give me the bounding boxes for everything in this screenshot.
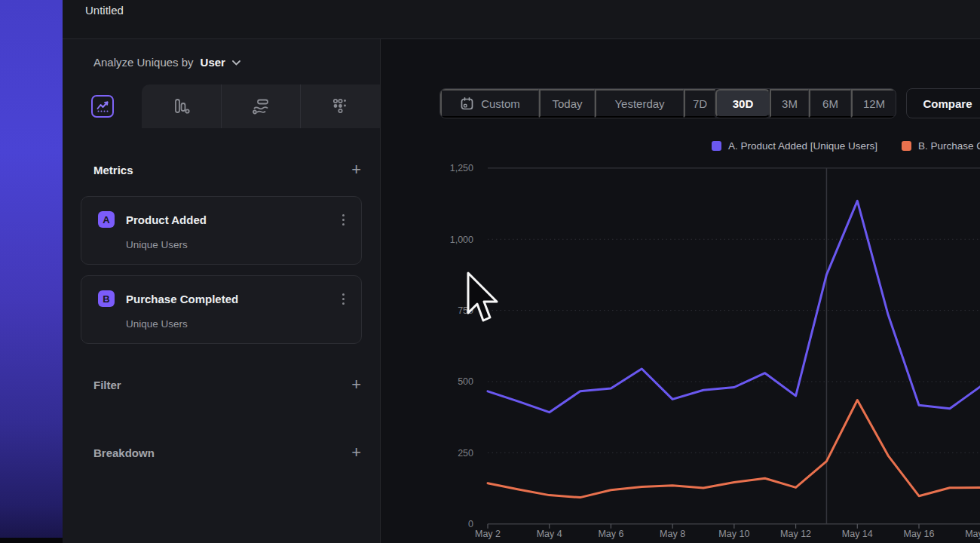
- y-axis-tick-label: 250: [458, 448, 473, 459]
- x-axis-tick-label: May 10: [718, 529, 749, 539]
- query-sidebar: Analyze Uniques by User: [63, 39, 381, 543]
- metric-name: Product Added: [126, 213, 339, 226]
- breakdown-title: Breakdown: [93, 446, 155, 459]
- y-axis-tick-label: 500: [458, 376, 473, 387]
- calendar-icon: [460, 97, 474, 111]
- chart-type-tabs: [63, 84, 380, 128]
- breakdown-header: Breakdown +: [93, 445, 361, 460]
- add-filter-button[interactable]: +: [351, 377, 361, 392]
- line-chart-icon: [91, 95, 114, 118]
- date-range-group: Custom Today Yesterday 7D 30D 3M 6M 12M: [439, 88, 896, 118]
- range-6m[interactable]: 6M: [809, 89, 851, 118]
- legend-label-b: B. Purchase Completed [Unique Users]: [918, 140, 980, 152]
- filter-header: Filter +: [93, 377, 361, 392]
- x-axis-tick-label: May 8: [660, 529, 685, 539]
- tab-grid-matrix[interactable]: [301, 84, 380, 128]
- metric-measure[interactable]: Unique Users: [126, 239, 188, 250]
- analyze-by-selector[interactable]: Analyze Uniques by User: [63, 39, 380, 84]
- y-axis-tick-label: 750: [458, 305, 473, 316]
- range-today[interactable]: Today: [539, 89, 595, 118]
- range-3m[interactable]: 3M: [770, 89, 809, 118]
- bar-chart-icon: [171, 97, 191, 116]
- legend-label-a: A. Product Added [Unique Users]: [728, 140, 877, 152]
- tab-line-chart[interactable]: [63, 84, 142, 128]
- y-axis-tick-label: 1,250: [450, 163, 473, 173]
- add-metric-button[interactable]: +: [351, 162, 361, 177]
- range-30d[interactable]: 30D: [715, 89, 770, 118]
- app-window: Untitled Analyze Uniques by User: [63, 0, 980, 543]
- series-line-b: [488, 400, 980, 498]
- metric-name: Purchase Completed: [126, 293, 339, 305]
- x-axis-tick-label: May 2: [475, 529, 501, 539]
- x-axis-tick-label: May 12: [780, 529, 811, 539]
- x-axis-tick-label: May 14: [842, 529, 873, 539]
- window-bottom-edge: [0, 538, 63, 543]
- grid-dots-icon: [330, 97, 350, 116]
- range-yesterday[interactable]: Yesterday: [595, 89, 684, 118]
- y-axis-tick-label: 1,000: [450, 235, 473, 245]
- background-gradient-strip: [0, 0, 63, 543]
- tab-flow-chart[interactable]: [222, 84, 301, 128]
- range-7d[interactable]: 7D: [684, 89, 715, 118]
- compare-button[interactable]: Compare: [906, 88, 980, 118]
- x-axis-tick-label: May 16: [903, 529, 934, 539]
- x-axis-tick-label: May 4: [537, 529, 562, 539]
- x-axis-tick-label: May 18: [965, 529, 980, 539]
- analyze-by-label: Analyze Uniques by: [93, 56, 194, 69]
- metric-badge-a: A: [98, 211, 115, 228]
- metrics-header: Metrics +: [93, 162, 361, 177]
- filter-title: Filter: [93, 379, 121, 391]
- y-axis-tick-label: 0: [468, 519, 473, 529]
- chart-panel: 02505007501,0001,250May 2May 4May 6May 8…: [381, 39, 980, 543]
- flow-chart-icon: [251, 97, 271, 116]
- kebab-menu-icon[interactable]: [339, 292, 348, 306]
- report-title[interactable]: Untitled: [85, 0, 124, 21]
- x-axis-tick-label: May 6: [598, 529, 623, 539]
- add-breakdown-button[interactable]: +: [351, 445, 361, 460]
- metric-badge-b: B: [98, 290, 115, 307]
- kebab-menu-icon[interactable]: [339, 213, 348, 227]
- range-custom[interactable]: Custom: [440, 89, 539, 118]
- chevron-down-icon: [232, 60, 240, 66]
- metrics-title: Metrics: [93, 164, 133, 176]
- top-bar: Untitled: [63, 0, 980, 39]
- metric-measure[interactable]: Unique Users: [126, 318, 188, 330]
- series-line-a: [488, 201, 980, 412]
- legend-item-b[interactable]: B. Purchase Completed [Unique Users]: [902, 140, 980, 151]
- metric-card-a[interactable]: A Product Added Unique Users: [81, 196, 362, 265]
- range-12m[interactable]: 12M: [851, 89, 896, 118]
- screen: Untitled Analyze Uniques by User: [0, 0, 980, 543]
- legend-swatch-a: [712, 141, 721, 151]
- tab-bar-chart[interactable]: [142, 84, 221, 128]
- analyze-by-value[interactable]: User: [201, 56, 225, 69]
- metric-card-b[interactable]: B Purchase Completed Unique Users: [81, 275, 362, 344]
- legend-swatch-b: [902, 141, 911, 151]
- legend-item-a[interactable]: A. Product Added [Unique Users]: [712, 140, 877, 151]
